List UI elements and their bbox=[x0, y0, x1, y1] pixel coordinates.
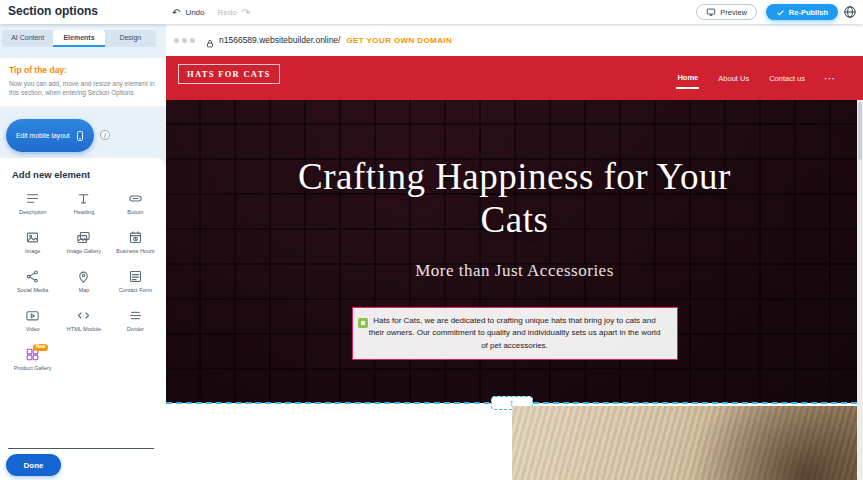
divider-line bbox=[8, 448, 154, 449]
element-item-business-hours[interactable]: Business Hours bbox=[111, 227, 160, 263]
sidebar-tabs: AI Content Elements Design bbox=[2, 30, 156, 47]
element-item-divider[interactable]: Divider bbox=[111, 305, 160, 341]
lock-icon bbox=[205, 35, 215, 45]
phone-icon bbox=[74, 128, 86, 144]
element-anchor-icon[interactable] bbox=[358, 318, 368, 328]
element-label: Product Gallery bbox=[14, 365, 52, 372]
video-icon bbox=[25, 308, 40, 323]
done-button[interactable]: Done bbox=[6, 454, 61, 476]
selected-text-element[interactable]: Hats for Cats, we are dedicated to craft… bbox=[352, 307, 678, 360]
divider-icon bbox=[128, 308, 143, 323]
edit-mobile-layout-button[interactable]: Edit mobile layout bbox=[6, 119, 94, 152]
tip-heading: Tip of the day: bbox=[9, 65, 157, 75]
element-item-map[interactable]: Map bbox=[59, 266, 108, 302]
hero-subheading[interactable]: More than Just Accessories bbox=[415, 261, 614, 281]
browser-bar: n1566589.websitebuilder.online/ GET YOUR… bbox=[166, 24, 863, 56]
hero-heading[interactable]: Crafting Happiness for Your Cats bbox=[295, 156, 735, 241]
republish-button[interactable]: Re-Publish bbox=[766, 4, 838, 20]
sidebar: AI Content Elements Design Tip of the da… bbox=[0, 24, 166, 480]
republish-label: Re-Publish bbox=[789, 8, 828, 17]
globe-icon[interactable] bbox=[843, 5, 857, 19]
site-preview: HATS FOR CATS Home About Us Contact us ⋯… bbox=[166, 56, 863, 480]
scrollbar-thumb[interactable] bbox=[858, 102, 862, 160]
page-title: Section options bbox=[8, 4, 98, 18]
element-label: Contact Form bbox=[119, 287, 152, 294]
nav-contact-us[interactable]: Contact us bbox=[768, 69, 806, 88]
nav-about-us[interactable]: About Us bbox=[717, 69, 750, 88]
app-window: Section options ↶ Undo Redo ↷ Preview Re… bbox=[0, 0, 863, 480]
social-media-icon bbox=[25, 269, 40, 284]
check-icon bbox=[776, 8, 785, 17]
element-item-contact-form[interactable]: Contact Form bbox=[111, 266, 160, 302]
element-label: Image Gallery bbox=[67, 248, 101, 255]
element-label: Heading bbox=[74, 209, 95, 216]
site-nav: Home About Us Contact us ⋯ bbox=[676, 56, 835, 100]
element-label: Image bbox=[25, 248, 40, 255]
button-icon bbox=[128, 191, 143, 206]
tab-elements[interactable]: Elements bbox=[53, 30, 104, 47]
element-item-html-module[interactable]: HTML Module bbox=[59, 305, 108, 341]
business-hours-icon bbox=[128, 230, 143, 245]
image-gallery-icon bbox=[76, 230, 91, 245]
element-label: Button bbox=[127, 209, 143, 216]
element-item-image-gallery[interactable]: Image Gallery bbox=[59, 227, 108, 263]
preview-button[interactable]: Preview bbox=[696, 4, 757, 20]
element-label: Video bbox=[26, 326, 40, 333]
map-icon bbox=[76, 269, 91, 284]
element-item-video[interactable]: Video bbox=[8, 305, 57, 341]
add-element-title: Add new element bbox=[0, 158, 166, 182]
element-item-product-gallery[interactable]: New Product Gallery bbox=[8, 344, 57, 380]
section-resize-line: ↕ bbox=[166, 402, 857, 404]
add-element-panel: Add new element Description Heading Butt… bbox=[0, 158, 166, 480]
element-grid: Description Heading Button Image Image G… bbox=[8, 188, 160, 380]
get-domain-link[interactable]: GET YOUR OWN DOMAIN bbox=[346, 36, 452, 45]
hero-paragraph: Hats for Cats, we are dedicated to craft… bbox=[369, 316, 661, 350]
element-label: Map bbox=[79, 287, 90, 294]
monitor-icon bbox=[706, 7, 716, 17]
description-icon bbox=[25, 191, 40, 206]
nav-home[interactable]: Home bbox=[676, 68, 699, 89]
undo-redo-group: ↶ Undo Redo ↷ bbox=[172, 0, 250, 24]
preview-label: Preview bbox=[720, 8, 747, 17]
element-item-description[interactable]: Description bbox=[8, 188, 57, 224]
html-module-icon bbox=[76, 308, 91, 323]
image-icon bbox=[25, 230, 40, 245]
hero-section[interactable]: Crafting Happiness for Your Cats More th… bbox=[166, 100, 863, 403]
next-section-image bbox=[512, 406, 857, 480]
heading-icon bbox=[76, 191, 91, 206]
contact-form-icon bbox=[128, 269, 143, 284]
tip-body: Now you can add, move and resize any ele… bbox=[9, 79, 157, 98]
element-label: Divider bbox=[127, 326, 144, 333]
redo-button[interactable]: Redo bbox=[218, 8, 237, 17]
element-item-button[interactable]: Button bbox=[111, 188, 160, 224]
site-logo[interactable]: HATS FOR CATS bbox=[178, 64, 280, 84]
undo-button[interactable]: Undo bbox=[185, 8, 204, 17]
element-label: Business Hours bbox=[116, 248, 155, 255]
tab-ai-content[interactable]: AI Content bbox=[2, 30, 53, 47]
tab-design[interactable]: Design bbox=[105, 30, 156, 47]
element-item-social-media[interactable]: Social Media bbox=[8, 266, 57, 302]
new-badge: New bbox=[33, 344, 48, 351]
site-url: n1566589.websitebuilder.online/ bbox=[219, 35, 340, 45]
window-dot bbox=[174, 38, 179, 43]
window-dot bbox=[190, 38, 195, 43]
element-label: Social Media bbox=[17, 287, 49, 294]
element-label: Description bbox=[19, 209, 47, 216]
redo-icon[interactable]: ↷ bbox=[242, 7, 250, 18]
tip-of-the-day: Tip of the day: Now you can add, move an… bbox=[0, 58, 166, 106]
topbar: Section options ↶ Undo Redo ↷ Preview Re… bbox=[0, 0, 863, 24]
site-header: HATS FOR CATS Home About Us Contact us ⋯ bbox=[166, 56, 863, 100]
info-icon[interactable]: i bbox=[100, 130, 110, 140]
edit-mobile-layout-label: Edit mobile layout bbox=[16, 132, 70, 139]
scrollbar[interactable] bbox=[857, 100, 863, 480]
element-label: HTML Module bbox=[67, 326, 101, 333]
element-item-image[interactable]: Image bbox=[8, 227, 57, 263]
undo-icon[interactable]: ↶ bbox=[172, 7, 180, 18]
element-item-heading[interactable]: Heading bbox=[59, 188, 108, 224]
window-dot bbox=[182, 38, 187, 43]
